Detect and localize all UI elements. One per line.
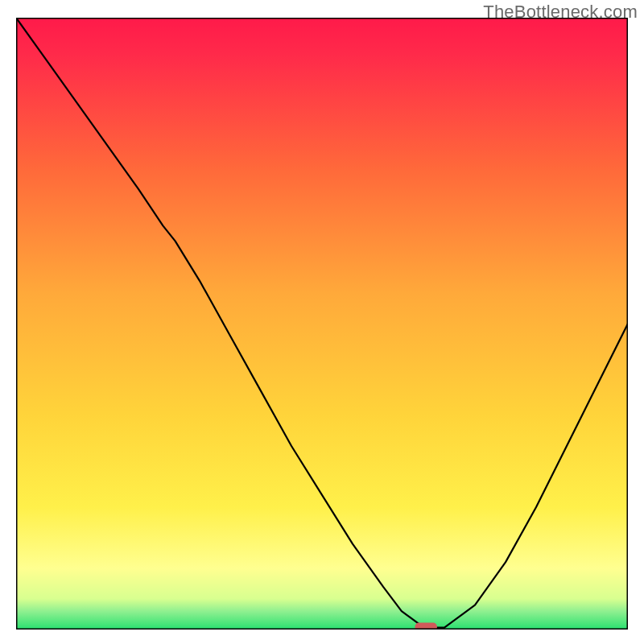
plot-area	[16, 18, 628, 630]
gradient-background	[16, 18, 628, 630]
watermark-text: TheBottleneck.com	[483, 2, 638, 23]
chart-stage: TheBottleneck.com	[0, 0, 644, 644]
plot-svg	[16, 18, 628, 630]
